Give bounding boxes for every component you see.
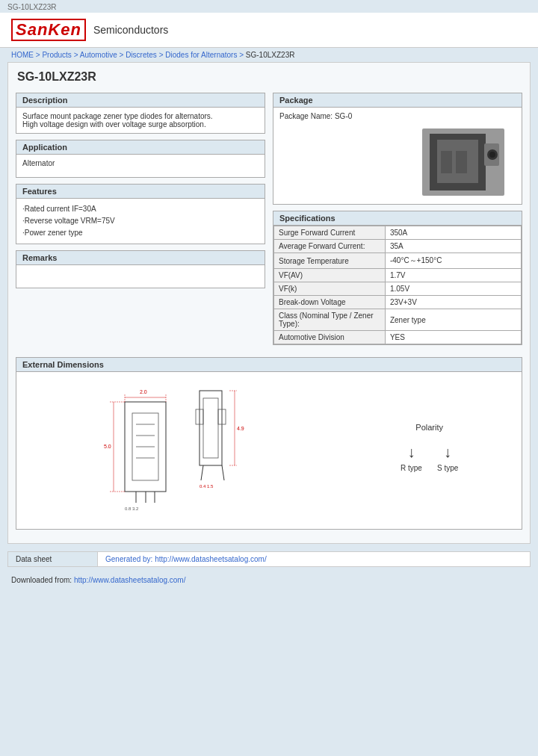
- application-body: Alternator: [16, 155, 265, 177]
- spec-param-3: VF(AV): [274, 269, 386, 282]
- logo-area: SanKen Semiconductors: [11, 19, 168, 41]
- top-bar: SG-10LXZ23R: [0, 0, 538, 13]
- breadcrumb-products[interactable]: Products: [42, 51, 71, 59]
- svg-rect-26: [203, 398, 218, 458]
- footer-bar: Data sheet Generated by: http://www.data…: [7, 551, 531, 567]
- application-section: Application Alternator: [16, 140, 265, 178]
- spec-value-1: 35A: [385, 240, 521, 253]
- svg-line-29: [201, 465, 203, 480]
- footer-generated-by: Generated by:: [105, 555, 152, 563]
- spec-param-7: Automotive Division: [274, 331, 386, 344]
- package-name-value: SG-0: [335, 112, 352, 120]
- breadcrumb-discretes[interactable]: Discretes: [126, 51, 157, 59]
- package-image: [418, 125, 508, 199]
- spec-value-2: -40°C～+150°C: [385, 253, 521, 269]
- package-name-label: Package Name:: [279, 112, 333, 120]
- specs-table: Surge Forward Current350AAverage Forward…: [273, 226, 522, 344]
- description-section: Description Surface mount package zener …: [16, 93, 265, 134]
- description-text1: Surface mount package zener type diodes …: [22, 112, 259, 120]
- spec-value-6: Zener type: [385, 309, 521, 331]
- specifications-header: Specifications: [273, 211, 522, 226]
- spec-param-4: VF(k): [274, 282, 386, 296]
- header: SanKen Semiconductors: [0, 13, 538, 48]
- r-type: ↓ R type: [401, 444, 422, 472]
- features-section: Features ·Rated current IF=30A ·Reverse …: [16, 184, 265, 244]
- svg-point-5: [489, 152, 495, 158]
- package-body: Package Name: SG-0: [273, 108, 522, 204]
- svg-line-30: [222, 465, 224, 480]
- s-type-label: S type: [437, 464, 458, 472]
- part-title: SG-10LXZ23R: [16, 70, 522, 84]
- footer-datasheet-label: Data sheet: [8, 552, 98, 566]
- r-type-label: R type: [401, 464, 422, 472]
- svg-rect-7: [456, 151, 467, 173]
- spec-param-5: Break-down Voltage: [274, 296, 386, 309]
- breadcrumb-diodes[interactable]: Diodes for Alternators: [165, 51, 237, 59]
- svg-text:5.0: 5.0: [104, 444, 111, 449]
- svg-rect-25: [200, 391, 222, 465]
- spec-value-7: YES: [385, 331, 521, 344]
- polarity-label: Polarity: [415, 423, 443, 432]
- svg-text:2.0: 2.0: [140, 389, 147, 394]
- footer-link: Generated by: http://www.datasheetsatalo…: [98, 552, 274, 566]
- downloaded-text: Downloaded from:: [11, 576, 72, 584]
- s-type-arrow: ↓: [444, 444, 451, 461]
- downloaded-link[interactable]: http://www.datasheetsatalog.com/: [74, 576, 186, 584]
- svg-rect-6: [441, 151, 452, 173]
- logo-icon: SanKen: [11, 19, 86, 41]
- remarks-header: Remarks: [16, 251, 265, 265]
- spec-row-0: Surge Forward Current350A: [274, 226, 522, 240]
- svg-text:0.4   1.5: 0.4 1.5: [200, 484, 214, 489]
- features-header: Features: [16, 185, 265, 199]
- tab-label: SG-10LXZ23R: [7, 3, 57, 11]
- package-header: Package: [273, 93, 522, 108]
- spec-value-0: 350A: [385, 226, 521, 240]
- description-body: Surface mount package zener type diodes …: [16, 108, 265, 133]
- spec-row-5: Break-down Voltage23V+3V: [274, 296, 522, 309]
- polarity-section: Polarity ↓ R type ↓ S type: [401, 423, 458, 478]
- spec-row-6: Class (Nominal Type / Zener Type):Zener …: [274, 309, 522, 331]
- spec-param-2: Storage Temperature: [274, 253, 386, 269]
- spec-row-1: Average Forward Current:35A: [274, 240, 522, 253]
- spec-row-2: Storage Temperature-40°C～+150°C: [274, 253, 522, 269]
- two-col-layout: Description Surface mount package zener …: [16, 93, 522, 351]
- specifications-section: Specifications Surge Forward Current350A…: [273, 211, 522, 345]
- r-type-arrow: ↓: [407, 444, 415, 461]
- package-section: Package Package Name: SG-0: [273, 93, 522, 205]
- s-type: ↓ S type: [437, 444, 458, 472]
- spec-param-0: Surge Forward Current: [274, 226, 386, 240]
- spec-row-4: VF(k)1.05V: [274, 282, 522, 296]
- left-column: Description Surface mount package zener …: [16, 93, 265, 351]
- right-column: Package Package Name: SG-0: [273, 93, 522, 351]
- ext-dim-header: External Dimensions: [16, 358, 522, 372]
- page-wrapper: SG-10LXZ23R SanKen Semiconductors HOME >…: [0, 0, 538, 587]
- footer-url[interactable]: http://www.datasheetsatalog.com/: [155, 555, 267, 563]
- package-name: Package Name: SG-0: [279, 112, 516, 120]
- breadcrumb-current: SG-10LXZ23R: [246, 51, 295, 59]
- brand-name: Semiconductors: [93, 24, 168, 36]
- dimension-drawing: 5.0 2.0: [80, 379, 289, 521]
- breadcrumb-automotive[interactable]: Automotive: [80, 51, 117, 59]
- spec-row-3: VF(AV)1.7V: [274, 269, 522, 282]
- spec-value-5: 23V+3V: [385, 296, 521, 309]
- polarity-arrows: ↓ R type ↓ S type: [401, 444, 458, 472]
- description-header: Description: [16, 93, 265, 108]
- application-text: Alternator: [22, 159, 259, 167]
- specifications-body: Surge Forward Current350AAverage Forward…: [273, 226, 522, 344]
- feature-item-2: ·Reverse voltage VRM=75V: [22, 215, 259, 227]
- ext-dim-body: 5.0 2.0: [16, 372, 522, 529]
- spec-value-4: 1.05V: [385, 282, 521, 296]
- breadcrumb: HOME > Products > Automotive > Discretes…: [0, 48, 538, 62]
- svg-text:4.9: 4.9: [237, 426, 244, 431]
- features-body: ·Rated current IF=30A ·Reverse voltage V…: [16, 199, 265, 244]
- feature-item-3: ·Power zener type: [22, 227, 259, 239]
- downloaded-bar: Downloaded from: http://www.datasheetsat…: [0, 573, 538, 587]
- application-header: Application: [16, 140, 265, 155]
- spec-param-1: Average Forward Current:: [274, 240, 386, 253]
- breadcrumb-home[interactable]: HOME: [11, 51, 34, 59]
- external-dimensions-section: External Dimensions: [16, 357, 522, 530]
- remarks-section: Remarks: [16, 250, 265, 288]
- spec-row-7: Automotive DivisionYES: [274, 331, 522, 344]
- svg-text:0.8   3.2: 0.8 3.2: [125, 506, 139, 511]
- description-text2: High voltage design with over voltage su…: [22, 120, 259, 128]
